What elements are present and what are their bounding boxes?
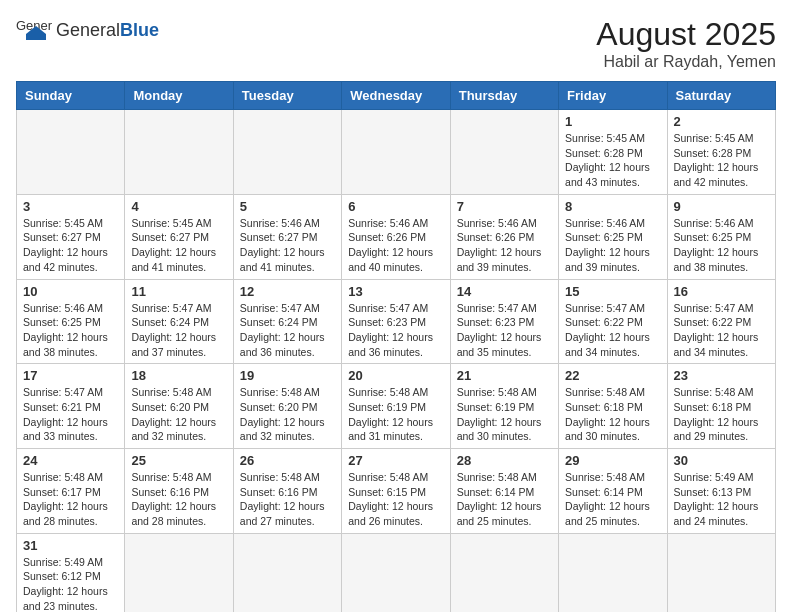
day-cell: 15Sunrise: 5:47 AM Sunset: 6:22 PM Dayli…	[559, 279, 667, 364]
day-number: 18	[131, 368, 226, 383]
day-info: Sunrise: 5:48 AM Sunset: 6:16 PM Dayligh…	[240, 470, 335, 529]
day-info: Sunrise: 5:49 AM Sunset: 6:13 PM Dayligh…	[674, 470, 769, 529]
day-cell	[233, 110, 341, 195]
day-cell: 27Sunrise: 5:48 AM Sunset: 6:15 PM Dayli…	[342, 449, 450, 534]
day-number: 28	[457, 453, 552, 468]
day-cell: 3Sunrise: 5:45 AM Sunset: 6:27 PM Daylig…	[17, 194, 125, 279]
day-number: 3	[23, 199, 118, 214]
header: General GeneralBlue August 2025 Habil ar…	[16, 16, 776, 71]
day-cell	[125, 110, 233, 195]
day-info: Sunrise: 5:48 AM Sunset: 6:14 PM Dayligh…	[565, 470, 660, 529]
day-number: 12	[240, 284, 335, 299]
day-cell	[17, 110, 125, 195]
day-cell: 16Sunrise: 5:47 AM Sunset: 6:22 PM Dayli…	[667, 279, 775, 364]
logo: General GeneralBlue	[16, 16, 159, 44]
day-number: 4	[131, 199, 226, 214]
day-number: 24	[23, 453, 118, 468]
day-info: Sunrise: 5:48 AM Sunset: 6:20 PM Dayligh…	[131, 385, 226, 444]
day-cell: 28Sunrise: 5:48 AM Sunset: 6:14 PM Dayli…	[450, 449, 558, 534]
day-info: Sunrise: 5:45 AM Sunset: 6:28 PM Dayligh…	[565, 131, 660, 190]
day-cell: 5Sunrise: 5:46 AM Sunset: 6:27 PM Daylig…	[233, 194, 341, 279]
day-cell	[233, 533, 341, 612]
day-number: 11	[131, 284, 226, 299]
day-info: Sunrise: 5:48 AM Sunset: 6:18 PM Dayligh…	[674, 385, 769, 444]
weekday-header-monday: Monday	[125, 82, 233, 110]
day-info: Sunrise: 5:48 AM Sunset: 6:14 PM Dayligh…	[457, 470, 552, 529]
day-cell: 11Sunrise: 5:47 AM Sunset: 6:24 PM Dayli…	[125, 279, 233, 364]
day-info: Sunrise: 5:45 AM Sunset: 6:27 PM Dayligh…	[131, 216, 226, 275]
day-number: 16	[674, 284, 769, 299]
day-cell	[559, 533, 667, 612]
day-cell: 31Sunrise: 5:49 AM Sunset: 6:12 PM Dayli…	[17, 533, 125, 612]
day-cell: 20Sunrise: 5:48 AM Sunset: 6:19 PM Dayli…	[342, 364, 450, 449]
day-cell	[342, 533, 450, 612]
day-cell: 24Sunrise: 5:48 AM Sunset: 6:17 PM Dayli…	[17, 449, 125, 534]
day-number: 9	[674, 199, 769, 214]
day-cell: 21Sunrise: 5:48 AM Sunset: 6:19 PM Dayli…	[450, 364, 558, 449]
day-number: 27	[348, 453, 443, 468]
day-info: Sunrise: 5:47 AM Sunset: 6:23 PM Dayligh…	[457, 301, 552, 360]
day-number: 19	[240, 368, 335, 383]
day-number: 1	[565, 114, 660, 129]
calendar-subtitle: Habil ar Raydah, Yemen	[596, 53, 776, 71]
day-info: Sunrise: 5:45 AM Sunset: 6:27 PM Dayligh…	[23, 216, 118, 275]
day-number: 20	[348, 368, 443, 383]
day-info: Sunrise: 5:46 AM Sunset: 6:25 PM Dayligh…	[674, 216, 769, 275]
week-row-0: 1Sunrise: 5:45 AM Sunset: 6:28 PM Daylig…	[17, 110, 776, 195]
calendar-table: SundayMondayTuesdayWednesdayThursdayFrid…	[16, 81, 776, 612]
weekday-header-row: SundayMondayTuesdayWednesdayThursdayFrid…	[17, 82, 776, 110]
day-info: Sunrise: 5:48 AM Sunset: 6:19 PM Dayligh…	[348, 385, 443, 444]
day-number: 5	[240, 199, 335, 214]
day-cell	[450, 533, 558, 612]
day-cell: 10Sunrise: 5:46 AM Sunset: 6:25 PM Dayli…	[17, 279, 125, 364]
day-cell: 17Sunrise: 5:47 AM Sunset: 6:21 PM Dayli…	[17, 364, 125, 449]
week-row-2: 10Sunrise: 5:46 AM Sunset: 6:25 PM Dayli…	[17, 279, 776, 364]
day-cell	[667, 533, 775, 612]
week-row-3: 17Sunrise: 5:47 AM Sunset: 6:21 PM Dayli…	[17, 364, 776, 449]
svg-rect-2	[26, 34, 46, 40]
day-cell: 4Sunrise: 5:45 AM Sunset: 6:27 PM Daylig…	[125, 194, 233, 279]
logo-text: GeneralBlue	[56, 20, 159, 40]
day-info: Sunrise: 5:46 AM Sunset: 6:25 PM Dayligh…	[565, 216, 660, 275]
week-row-4: 24Sunrise: 5:48 AM Sunset: 6:17 PM Dayli…	[17, 449, 776, 534]
calendar-title: August 2025	[596, 16, 776, 53]
day-number: 23	[674, 368, 769, 383]
weekday-header-sunday: Sunday	[17, 82, 125, 110]
week-row-5: 31Sunrise: 5:49 AM Sunset: 6:12 PM Dayli…	[17, 533, 776, 612]
weekday-header-friday: Friday	[559, 82, 667, 110]
day-cell: 12Sunrise: 5:47 AM Sunset: 6:24 PM Dayli…	[233, 279, 341, 364]
day-number: 15	[565, 284, 660, 299]
day-number: 6	[348, 199, 443, 214]
day-number: 30	[674, 453, 769, 468]
day-cell: 23Sunrise: 5:48 AM Sunset: 6:18 PM Dayli…	[667, 364, 775, 449]
day-info: Sunrise: 5:48 AM Sunset: 6:20 PM Dayligh…	[240, 385, 335, 444]
day-info: Sunrise: 5:49 AM Sunset: 6:12 PM Dayligh…	[23, 555, 118, 612]
day-number: 7	[457, 199, 552, 214]
weekday-header-tuesday: Tuesday	[233, 82, 341, 110]
day-info: Sunrise: 5:47 AM Sunset: 6:24 PM Dayligh…	[131, 301, 226, 360]
day-number: 8	[565, 199, 660, 214]
day-cell: 13Sunrise: 5:47 AM Sunset: 6:23 PM Dayli…	[342, 279, 450, 364]
weekday-header-wednesday: Wednesday	[342, 82, 450, 110]
day-cell: 22Sunrise: 5:48 AM Sunset: 6:18 PM Dayli…	[559, 364, 667, 449]
day-cell: 25Sunrise: 5:48 AM Sunset: 6:16 PM Dayli…	[125, 449, 233, 534]
day-info: Sunrise: 5:46 AM Sunset: 6:26 PM Dayligh…	[457, 216, 552, 275]
day-info: Sunrise: 5:47 AM Sunset: 6:21 PM Dayligh…	[23, 385, 118, 444]
day-cell: 9Sunrise: 5:46 AM Sunset: 6:25 PM Daylig…	[667, 194, 775, 279]
day-info: Sunrise: 5:48 AM Sunset: 6:15 PM Dayligh…	[348, 470, 443, 529]
day-info: Sunrise: 5:47 AM Sunset: 6:23 PM Dayligh…	[348, 301, 443, 360]
week-row-1: 3Sunrise: 5:45 AM Sunset: 6:27 PM Daylig…	[17, 194, 776, 279]
day-info: Sunrise: 5:47 AM Sunset: 6:22 PM Dayligh…	[674, 301, 769, 360]
day-info: Sunrise: 5:47 AM Sunset: 6:24 PM Dayligh…	[240, 301, 335, 360]
day-info: Sunrise: 5:48 AM Sunset: 6:16 PM Dayligh…	[131, 470, 226, 529]
day-number: 13	[348, 284, 443, 299]
day-info: Sunrise: 5:45 AM Sunset: 6:28 PM Dayligh…	[674, 131, 769, 190]
day-cell: 8Sunrise: 5:46 AM Sunset: 6:25 PM Daylig…	[559, 194, 667, 279]
logo-icon: General	[16, 16, 52, 44]
day-number: 17	[23, 368, 118, 383]
day-number: 25	[131, 453, 226, 468]
day-cell: 7Sunrise: 5:46 AM Sunset: 6:26 PM Daylig…	[450, 194, 558, 279]
day-cell	[450, 110, 558, 195]
day-cell: 29Sunrise: 5:48 AM Sunset: 6:14 PM Dayli…	[559, 449, 667, 534]
day-cell: 26Sunrise: 5:48 AM Sunset: 6:16 PM Dayli…	[233, 449, 341, 534]
